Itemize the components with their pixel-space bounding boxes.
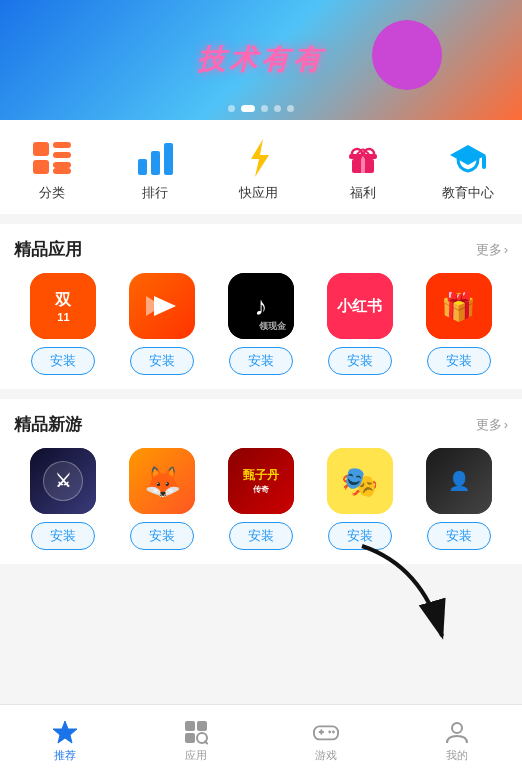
svg-rect-6 [138,159,147,175]
app-item-taobao: 双 11 安装 [14,273,113,389]
featured-apps-header: 精品应用 更多 › [14,238,508,261]
tab-youxi[interactable]: 游戏 [261,719,392,763]
game-item-1: ⚔ 安装 [14,448,113,564]
nav-item-paihang[interactable]: 排行 [131,138,179,202]
svg-rect-8 [164,143,173,175]
banner-dot-4[interactable] [274,105,281,112]
featured-apps-more[interactable]: 更多 › [476,241,508,259]
game-icon-1[interactable]: ⚔ [30,448,96,514]
svg-rect-3 [53,152,71,158]
banner-text: 技术有有 [197,41,325,79]
tab-icon-youxi [313,719,339,745]
nav-label-fenlei: 分类 [39,184,65,202]
app-item-tiktok: ♪ 领现金 安装 [212,273,311,389]
banner-circle [372,20,442,90]
lightning-icon [235,138,283,178]
game-icon-5[interactable]: 👤 [426,448,492,514]
gift-icon [339,138,387,178]
game-item-2: 🦊 安装 [113,448,212,564]
game-icon-2[interactable]: 🦊 [129,448,195,514]
svg-rect-26 [197,721,207,731]
install-button-game1[interactable]: 安装 [31,522,95,550]
game-item-5: 👤 安装 [409,448,508,564]
tab-label-tuijian: 推荐 [54,748,76,763]
svg-rect-27 [185,733,195,743]
app-icon-tenvideo[interactable] [129,273,195,339]
app-item-app5: 🎁 安装 [409,273,508,389]
tab-icon-wode [444,719,470,745]
game-item-4: 🎭 安装 [310,448,409,564]
install-button-game3[interactable]: 安装 [229,522,293,550]
svg-rect-25 [185,721,195,731]
svg-rect-0 [33,142,49,156]
install-button-tenvideo[interactable]: 安装 [130,347,194,375]
game-item-3: 甄子丹 传奇 安装 [212,448,311,564]
tab-tuijian[interactable]: 推荐 [0,719,131,763]
nav-item-jiaoyuzhongxin[interactable]: 教育中心 [442,138,494,202]
banner: 技术有有 [0,0,522,120]
nav-label-paihang: 排行 [142,184,168,202]
bar-chart-icon [131,138,179,178]
svg-rect-2 [53,142,71,148]
featured-games-section: 精品新游 更多 › ⚔ 安装 🦊 安装 [0,399,522,564]
nav-label-kuaiyingyong: 快应用 [239,184,278,202]
game-icon-3[interactable]: 甄子丹 传奇 [228,448,294,514]
featured-games-row: ⚔ 安装 🦊 安装 甄子丹 传奇 [14,448,508,564]
bottom-tab-bar: 推荐 应用 游戏 [0,704,522,776]
svg-marker-9 [251,139,269,177]
app-icon-xhs[interactable]: 小红书 [327,273,393,339]
svg-marker-17 [450,145,486,165]
tab-label-wode: 我的 [446,748,468,763]
app-item-xhs: 小红书 安装 [310,273,409,389]
svg-rect-5 [53,168,71,174]
list-icon [28,138,76,178]
quick-nav: 分类 排行 快应用 [0,120,522,214]
banner-dot-2[interactable] [241,105,255,112]
nav-label-fuli: 福利 [350,184,376,202]
install-button-game4[interactable]: 安装 [328,522,392,550]
install-button-tiktok[interactable]: 安装 [229,347,293,375]
install-button-game5[interactable]: 安装 [427,522,491,550]
featured-apps-section: 精品应用 更多 › 双 11 安装 [0,224,522,389]
tab-label-yingyong: 应用 [185,748,207,763]
nav-item-fenlei[interactable]: 分类 [28,138,76,202]
graduation-icon [444,138,492,178]
featured-games-more[interactable]: 更多 › [476,416,508,434]
svg-rect-18 [482,155,486,169]
nav-label-jiaoyuzhongxin: 教育中心 [442,184,494,202]
svg-marker-24 [53,721,77,743]
install-button-app5[interactable]: 安装 [427,347,491,375]
svg-point-34 [332,730,335,733]
install-button-xhs[interactable]: 安装 [328,347,392,375]
app-icon-tiktok[interactable]: ♪ 领现金 [228,273,294,339]
game-icon-4[interactable]: 🎭 [327,448,393,514]
banner-dot-1[interactable] [228,105,235,112]
tab-icon-yingyong [183,719,209,745]
tab-yingyong[interactable]: 应用 [131,719,262,763]
tab-wode[interactable]: 我的 [392,719,523,763]
nav-item-kuaiyingyong[interactable]: 快应用 [235,138,283,202]
app-icon-app5[interactable]: 🎁 [426,273,492,339]
app-item-tenvideo: 安装 [113,273,212,389]
banner-dot-3[interactable] [261,105,268,112]
featured-games-title: 精品新游 [14,413,82,436]
featured-apps-row: 双 11 安装 安装 ♪ 领现金 [14,273,508,389]
tab-label-youxi: 游戏 [315,748,337,763]
svg-point-35 [452,723,462,733]
app-icon-taobao[interactable]: 双 11 [30,273,96,339]
install-button-taobao[interactable]: 安装 [31,347,95,375]
svg-rect-32 [321,729,323,735]
tab-icon-tuijian [52,719,78,745]
banner-dots [228,105,294,112]
featured-games-header: 精品新游 更多 › [14,413,508,436]
svg-rect-7 [151,151,160,175]
install-button-game2[interactable]: 安装 [130,522,194,550]
svg-point-33 [329,730,332,733]
banner-dot-5[interactable] [287,105,294,112]
svg-rect-1 [33,160,49,174]
nav-item-fuli[interactable]: 福利 [339,138,387,202]
featured-apps-title: 精品应用 [14,238,82,261]
svg-rect-4 [53,162,71,168]
